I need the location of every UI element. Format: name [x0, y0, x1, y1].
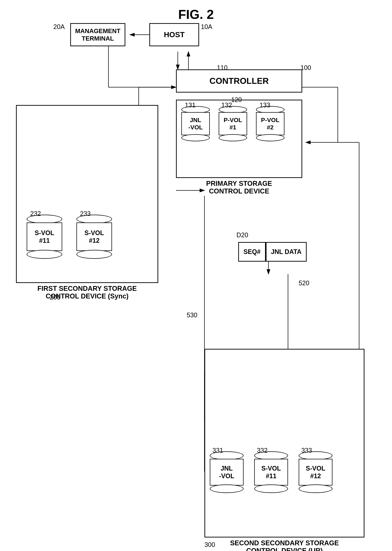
ref-520: 520	[299, 279, 309, 287]
controller-100-label: CONTROLLER	[210, 76, 269, 86]
first-secondary-label: FIRST SECONDARY STORAGECONTROL DEVICE (S…	[16, 285, 158, 300]
ref-110: 110	[217, 64, 228, 72]
host-10a-label: HOST	[164, 30, 185, 39]
figure-title: FIG. 2	[178, 7, 214, 22]
svol12-233: S-VOL#12	[77, 214, 112, 260]
svol11-332: S-VOL#11	[254, 450, 288, 494]
ref-530: 530	[187, 312, 197, 319]
second-secondary-label: SECOND SECONDARY STORAGECONTROL DEVICE (…	[204, 539, 364, 551]
seq-num-box2: SEQ#	[238, 242, 266, 262]
ref-300-device: 300	[204, 541, 215, 549]
ref-131: 131	[185, 102, 196, 109]
ref-20a: 20A	[53, 23, 65, 31]
svol11-232: S-VOL#11	[27, 214, 62, 260]
jnl-data-box: JNL DATA	[266, 242, 307, 262]
jnl-vol-131: JNL -VOL	[181, 105, 210, 142]
ref-331: 331	[212, 447, 223, 454]
ref-132: 132	[221, 102, 232, 109]
ref-120: 120	[231, 96, 242, 104]
pvol1-132: P-VOL #1	[219, 105, 247, 142]
ref-10a: 10A	[201, 23, 212, 31]
svol12-333: S-VOL#12	[299, 450, 332, 494]
pvol2-133: P-VOL #2	[256, 105, 284, 142]
ref-133: 133	[259, 102, 270, 109]
ref-232: 232	[30, 210, 41, 218]
jnl-vol-331: JNL-VOL	[210, 450, 244, 494]
ref-233: 233	[80, 210, 91, 218]
second-secondary-container	[204, 349, 364, 537]
ref-200: 200	[50, 294, 60, 301]
diagram: FIG. 2	[0, 0, 392, 551]
ref-d20: D20	[237, 231, 248, 239]
primary-storage-label: PRIMARY STORAGE CONTROL DEVICE	[176, 180, 302, 195]
ref-333: 333	[301, 447, 312, 454]
ref-100: 100	[301, 64, 311, 72]
ref-332: 332	[257, 447, 267, 454]
host-10a: HOST	[149, 23, 199, 46]
mgmt-20a-label: MANAGEMENT TERMINAL	[75, 27, 120, 42]
controller-100: CONTROLLER	[176, 69, 302, 93]
mgmt-terminal-20a: MANAGEMENT TERMINAL	[70, 23, 125, 46]
